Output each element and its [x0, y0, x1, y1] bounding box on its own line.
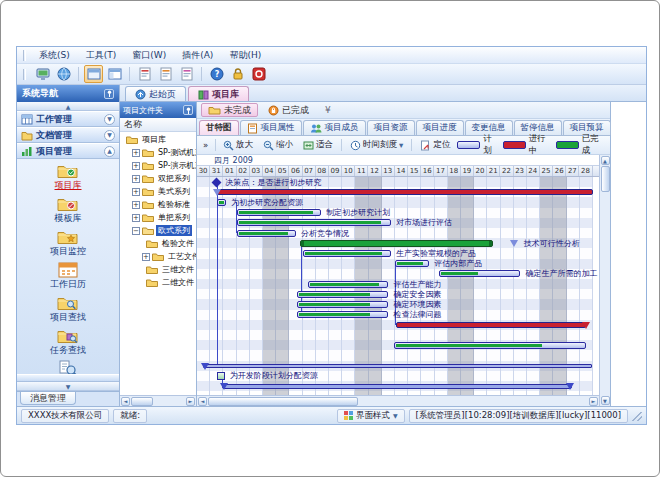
- sidebar-item-6[interactable]: 项目文档查找: [19, 360, 117, 374]
- gantt-vscroll-thumb[interactable]: [601, 166, 610, 192]
- task-bar[interactable]: [237, 209, 321, 216]
- task-bar[interactable]: [308, 281, 389, 288]
- sidebar-item-1[interactable]: 模板库: [19, 195, 117, 225]
- toolbar-button-help[interactable]: ?: [207, 65, 226, 83]
- tree-expander-icon[interactable]: +: [132, 162, 140, 170]
- pin-icon[interactable]: [104, 89, 114, 99]
- doc-tab-0[interactable]: 起始页: [125, 86, 186, 101]
- sidebar-item-5[interactable]: 任务查找: [19, 327, 117, 357]
- toolbar-button-lock[interactable]: [228, 65, 247, 83]
- task-bar[interactable]: [297, 291, 388, 298]
- tree-expander-icon[interactable]: +: [132, 149, 140, 157]
- filter-finished[interactable]: 已完成: [261, 103, 316, 117]
- menu-item-1[interactable]: 工具(T): [78, 48, 125, 63]
- gantt-toolbar-0[interactable]: 放大: [221, 138, 255, 152]
- filter-overflow-button[interactable]: ¥: [321, 105, 335, 115]
- task-bar[interactable]: [297, 301, 388, 308]
- tab-0[interactable]: 甘特图: [199, 120, 239, 135]
- sidebar-scroll-down[interactable]: ▼: [17, 382, 119, 391]
- menu-item-0[interactable]: 系统(S): [31, 48, 78, 63]
- tree-node-7[interactable]: −欧式系列: [120, 224, 196, 237]
- sidebar-section-partial[interactable]: [17, 374, 119, 382]
- tab-1[interactable]: 项目属性: [240, 120, 302, 135]
- chevron-down-icon[interactable]: ▼: [104, 130, 115, 141]
- toolbar-button-computer[interactable]: [33, 65, 52, 83]
- toolbar-overflow-button[interactable]: »: [201, 139, 210, 151]
- sidebar-section-2[interactable]: 项目管理▲: [17, 143, 119, 159]
- summary-bar-inprogress[interactable]: [396, 322, 586, 328]
- task-box-icon[interactable]: [217, 372, 225, 380]
- tree-node-4[interactable]: +美式系列: [120, 185, 196, 198]
- toolbar-button-globe[interactable]: [54, 65, 73, 83]
- task-bar[interactable]: [439, 270, 521, 277]
- tree-expander-icon[interactable]: +: [132, 175, 140, 183]
- sidebar-item-4[interactable]: 项目查找: [19, 294, 117, 324]
- tree-expander-icon[interactable]: +: [132, 188, 140, 196]
- tree-node-8[interactable]: 检验文件: [120, 237, 196, 250]
- gantt-hscroll-thumb[interactable]: [208, 397, 358, 406]
- tab-message-management[interactable]: 消息管理: [20, 392, 76, 405]
- scroll-down-icon[interactable]: ▼: [601, 396, 610, 405]
- doc-tab-1[interactable]: 项目库: [188, 86, 249, 101]
- toolbar-button-power[interactable]: [249, 65, 268, 83]
- task-bar[interactable]: [237, 230, 296, 237]
- tree-node-9[interactable]: +工艺文件: [120, 250, 196, 263]
- gantt-toolbar-4[interactable]: 定位: [418, 138, 452, 152]
- task-bar[interactable]: [394, 342, 587, 349]
- summary-bar-inprogress[interactable]: [217, 189, 593, 195]
- scroll-right-icon[interactable]: ►: [589, 397, 598, 406]
- gantt-toolbar-2[interactable]: 适合: [301, 138, 335, 152]
- tree-hscrollbar[interactable]: ◄ ►: [120, 395, 196, 406]
- filter-unfinished[interactable]: 未完成: [201, 103, 258, 117]
- interface-style-button[interactable]: 界面样式 ▼: [337, 409, 405, 423]
- task-bar[interactable]: [237, 219, 391, 226]
- chevron-down-icon[interactable]: ▼: [104, 114, 115, 125]
- summary-line[interactable]: [203, 364, 592, 368]
- menu-item-2[interactable]: 窗口(W): [124, 48, 174, 63]
- tree-node-1[interactable]: +SP-测试机系: [120, 146, 196, 159]
- tree-column-header[interactable]: 名称: [120, 118, 196, 132]
- menubar-grip[interactable]: [23, 50, 26, 61]
- chevron-up-icon[interactable]: ▲: [104, 146, 115, 157]
- menu-item-4[interactable]: 帮助(H): [221, 48, 269, 63]
- toolbar-grip[interactable]: [23, 69, 26, 80]
- tree-node-0[interactable]: 项目库: [120, 133, 196, 146]
- tab-2[interactable]: 项目成员: [303, 120, 366, 135]
- tab-3[interactable]: 项目资源: [367, 120, 415, 135]
- task-bar[interactable]: [297, 311, 388, 318]
- toolbar-button-report-red[interactable]: [135, 65, 154, 83]
- scroll-left-icon[interactable]: ◄: [121, 397, 130, 406]
- summary-line[interactable]: [222, 384, 572, 389]
- tree-expander-icon[interactable]: +: [132, 201, 140, 209]
- scroll-right-icon[interactable]: ►: [186, 397, 195, 406]
- tree-node-5[interactable]: +检验标准: [120, 198, 196, 211]
- toolbar-button-report-orange[interactable]: [156, 65, 175, 83]
- tree-hscroll-thumb[interactable]: [131, 397, 153, 406]
- sidebar-item-0[interactable]: 项目库: [19, 162, 117, 192]
- tree-expander-icon[interactable]: +: [142, 253, 150, 261]
- sidebar-item-3[interactable]: 工作日历: [19, 261, 117, 291]
- tree-node-11[interactable]: 二维文件: [120, 276, 196, 289]
- sidebar-section-0[interactable]: 工作管理▼: [17, 111, 119, 127]
- sidebar-item-2[interactable]: 项目监控: [19, 228, 117, 258]
- scroll-left-icon[interactable]: ◄: [198, 397, 207, 406]
- gantt-hscrollbar[interactable]: ◄ ►: [197, 395, 599, 406]
- menu-item-3[interactable]: 插件(A): [174, 48, 221, 63]
- tree-node-3[interactable]: +双把系列: [120, 172, 196, 185]
- task-bar[interactable]: [303, 250, 391, 257]
- toolbar-button-layout[interactable]: [105, 65, 124, 83]
- tree-pin-icon[interactable]: [183, 105, 193, 115]
- gantt-toolbar-1[interactable]: 缩小: [261, 138, 295, 152]
- resize-grip[interactable]: [632, 411, 642, 421]
- sidebar-scroll-up[interactable]: ▲: [17, 102, 119, 111]
- toolbar-button-report-pink[interactable]: [177, 65, 196, 83]
- task-bar[interactable]: [395, 260, 429, 267]
- tree-expander-icon[interactable]: −: [132, 227, 140, 235]
- tree-node-2[interactable]: +SP-演示机系: [120, 159, 196, 172]
- task-bar[interactable]: [217, 199, 226, 206]
- gantt-vscrollbar[interactable]: ▲ ▼: [599, 155, 610, 406]
- tab-4[interactable]: 项目进度: [416, 120, 464, 135]
- tree-node-10[interactable]: 三维文件: [120, 263, 196, 276]
- sidebar-section-1[interactable]: 文档管理▼: [17, 127, 119, 143]
- scroll-up-icon[interactable]: ▲: [601, 156, 610, 165]
